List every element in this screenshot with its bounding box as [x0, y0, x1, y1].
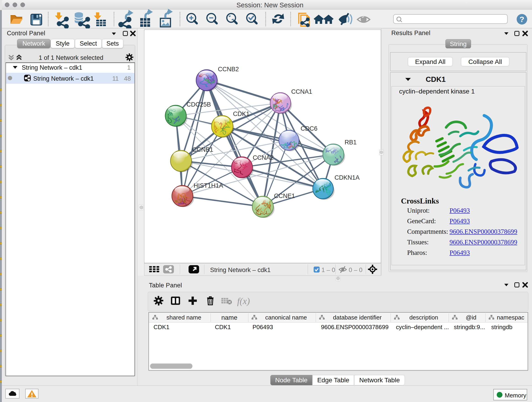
svg-text:CDC6: CDC6 — [301, 125, 317, 132]
svg-text:CDK1: CDK1 — [233, 110, 249, 117]
svg-text:CCNB1: CCNB1 — [192, 146, 213, 153]
svg-text:CDC25B: CDC25B — [186, 101, 211, 108]
svg-text:CCNA2: CCNA2 — [253, 154, 274, 161]
svg-text:CCNB2: CCNB2 — [218, 66, 239, 73]
svg-text:RB1: RB1 — [345, 139, 357, 146]
svg-text:HIST1H1A: HIST1H1A — [194, 182, 223, 189]
svg-text:CCNA1: CCNA1 — [291, 88, 312, 95]
svg-text:CDKN1A: CDKN1A — [335, 174, 360, 181]
svg-text:CCNE1: CCNE1 — [274, 192, 295, 199]
